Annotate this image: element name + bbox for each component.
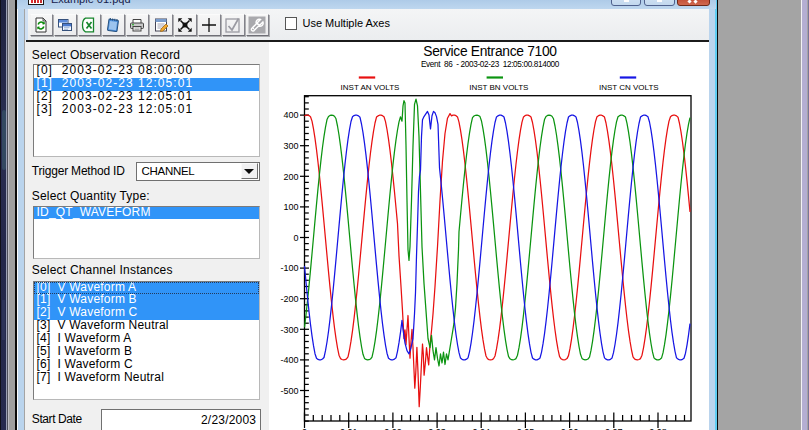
svg-text:INST BN VOLTS: INST BN VOLTS	[469, 83, 528, 92]
svg-text:200: 200	[283, 172, 298, 182]
svg-text:-400: -400	[280, 355, 298, 365]
svg-text:INST AN VOLTS: INST AN VOLTS	[341, 83, 400, 92]
svg-text:-500: -500	[280, 386, 298, 396]
svg-text:100: 100	[283, 202, 298, 212]
svg-text:0.07: 0.07	[605, 427, 623, 430]
svg-text:0.01: 0.01	[340, 427, 358, 430]
svg-text:0.05: 0.05	[517, 427, 535, 430]
svg-text:Service Entrance 7100: Service Entrance 7100	[423, 44, 557, 59]
svg-text:0: 0	[302, 427, 307, 430]
svg-text:INST CN VOLTS: INST CN VOLTS	[599, 83, 659, 92]
svg-text:0: 0	[293, 233, 298, 243]
svg-text:400: 400	[283, 110, 298, 120]
svg-text:0.03: 0.03	[428, 427, 446, 430]
svg-text:-200: -200	[280, 294, 298, 304]
svg-text:0.04: 0.04	[472, 427, 490, 430]
svg-text:Event 86 - 2003-02-23 12:05: Event 86 - 2003-02-23 12:05:00.814000	[421, 60, 560, 69]
svg-text:0.02: 0.02	[384, 427, 402, 430]
svg-text:300: 300	[283, 141, 298, 151]
svg-text:0.06: 0.06	[561, 427, 579, 430]
svg-text:-300: -300	[280, 325, 298, 335]
svg-text:0.08: 0.08	[649, 427, 667, 430]
svg-text:-100: -100	[280, 263, 298, 273]
